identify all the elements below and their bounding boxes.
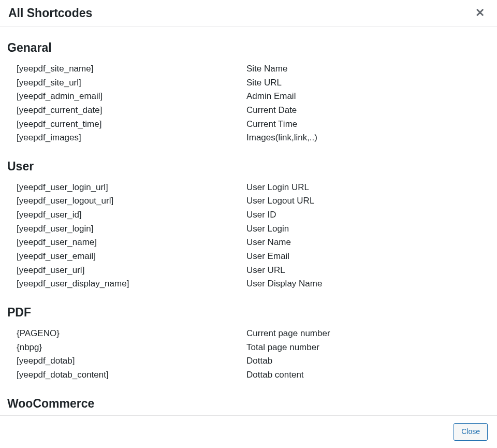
shortcode-desc: User Display Name bbox=[246, 278, 490, 291]
shortcode-desc: Site Name bbox=[246, 63, 490, 76]
shortcode-code: [yeepdf_site_url] bbox=[7, 77, 246, 90]
shortcode-code: [yeepdf_site_name] bbox=[7, 63, 246, 76]
shortcode-row: [yeepdf_user_email] User Email bbox=[7, 250, 490, 264]
shortcode-desc: Current Date bbox=[246, 104, 490, 117]
shortcode-row: [yeepdf_user_name] User Name bbox=[7, 236, 490, 250]
shortcode-row: [yeepdf_current_date] Current Date bbox=[7, 104, 490, 118]
shortcode-desc: User URL bbox=[246, 264, 490, 277]
shortcode-code: [yeepdf_user_login_url] bbox=[7, 181, 246, 194]
shortcode-row: [yeepdf_user_login_url] User Login URL bbox=[7, 181, 490, 195]
shortcode-code: [yeepdf_user_display_name] bbox=[7, 278, 246, 291]
shortcode-code: {PAGENO} bbox=[7, 327, 246, 340]
shortcode-row: [yeepdf_admin_email] Admin Email bbox=[7, 90, 490, 104]
shortcode-code: [yeepdf_user_name] bbox=[7, 236, 246, 249]
shortcode-desc: Site URL bbox=[246, 77, 490, 90]
shortcode-row: [yeepdf_site_name] Site Name bbox=[7, 62, 490, 76]
close-button[interactable]: Close bbox=[454, 423, 488, 441]
shortcode-code: [yeepdf_current_time] bbox=[7, 118, 246, 131]
section-general-rows: [yeepdf_site_name] Site Name [yeepdf_sit… bbox=[7, 62, 490, 145]
shortcode-desc: User Login URL bbox=[246, 181, 490, 194]
shortcode-row: [yeepdf_site_url] Site URL bbox=[7, 76, 490, 90]
shortcode-row: [yeepdf_images] Images(link,link,..) bbox=[7, 131, 490, 145]
shortcode-desc: Current Time bbox=[246, 118, 490, 131]
shortcode-desc: User ID bbox=[246, 209, 490, 222]
shortcode-desc: Images(link,link,..) bbox=[246, 132, 490, 144]
shortcode-code: [yeepdf_images] bbox=[7, 132, 246, 144]
shortcode-desc: Dottab content bbox=[246, 369, 490, 382]
shortcode-code: [yeepdf_admin_email] bbox=[7, 90, 246, 103]
shortcode-row: {PAGENO} Current page number bbox=[7, 327, 490, 341]
shortcode-code: [yeepdf_user_email] bbox=[7, 250, 246, 263]
shortcode-code: {nbpg} bbox=[7, 341, 246, 354]
shortcode-row: [yeepdf_user_display_name] User Display … bbox=[7, 277, 490, 291]
shortcode-code: [yeepdf_user_login] bbox=[7, 223, 246, 236]
shortcode-code: [yeepdf_current_date] bbox=[7, 104, 246, 117]
shortcode-row: [yeepdf_current_time] Current Time bbox=[7, 118, 490, 132]
shortcode-code: [yeepdf_dotab_content] bbox=[7, 369, 246, 382]
shortcode-row: [yeepdf_dotab_content] Dottab content bbox=[7, 368, 490, 382]
shortcode-row: [yeepdf_dotab] Dottab bbox=[7, 354, 490, 368]
shortcode-desc: User Email bbox=[246, 250, 490, 263]
section-heading-general: Genaral bbox=[7, 41, 490, 55]
shortcode-desc: User Logout URL bbox=[246, 195, 490, 208]
modal-footer: Close bbox=[0, 415, 497, 448]
shortcode-row: [yeepdf_user_logout_url] User Logout URL bbox=[7, 194, 490, 208]
shortcode-desc: Admin Email bbox=[246, 90, 490, 103]
shortcode-row: {nbpg} Total page number bbox=[7, 341, 490, 355]
shortcode-desc: Current page number bbox=[246, 327, 490, 340]
shortcode-row: [yeepdf_user_login] User Login bbox=[7, 222, 490, 236]
shortcode-desc: User Name bbox=[246, 236, 490, 249]
modal-header: All Shortcodes ✕ bbox=[0, 0, 497, 26]
section-pdf-rows: {PAGENO} Current page number {nbpg} Tota… bbox=[7, 327, 490, 382]
shortcode-desc: Total page number bbox=[246, 341, 490, 354]
section-heading-woocommerce: WooCommerce bbox=[7, 397, 490, 411]
modal-body[interactable]: Genaral [yeepdf_site_name] Site Name [ye… bbox=[0, 26, 497, 415]
shortcode-code: [yeepdf_user_logout_url] bbox=[7, 195, 246, 208]
section-heading-pdf: PDF bbox=[7, 306, 490, 320]
close-icon[interactable]: ✕ bbox=[471, 5, 489, 21]
modal-title: All Shortcodes bbox=[8, 6, 92, 20]
shortcode-desc: Dottab bbox=[246, 355, 490, 368]
section-heading-user: User bbox=[7, 160, 490, 174]
shortcode-code: [yeepdf_user_id] bbox=[7, 209, 246, 222]
shortcode-code: [yeepdf_user_url] bbox=[7, 264, 246, 277]
shortcode-row: [yeepdf_user_url] User URL bbox=[7, 264, 490, 278]
section-user-rows: [yeepdf_user_login_url] User Login URL [… bbox=[7, 181, 490, 291]
shortcode-code: [yeepdf_dotab] bbox=[7, 355, 246, 368]
shortcode-desc: User Login bbox=[246, 223, 490, 236]
shortcode-row: [yeepdf_user_id] User ID bbox=[7, 208, 490, 222]
